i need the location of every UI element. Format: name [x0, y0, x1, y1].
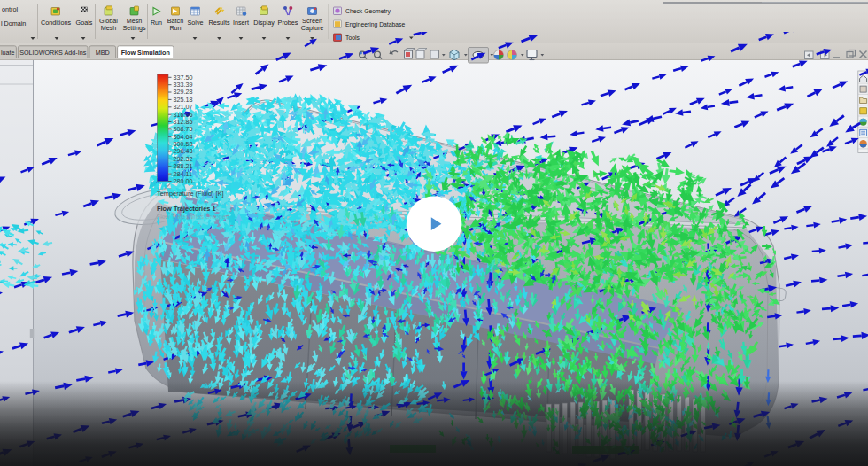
svg-text:Flow Trajectories 1: Flow Trajectories 1: [157, 205, 216, 213]
svg-text:Goals: Goals: [76, 19, 93, 27]
svg-text:l Domain: l Domain: [1, 19, 26, 27]
svg-text:Engineering Database: Engineering Database: [345, 21, 405, 28]
svg-text:Display: Display: [253, 19, 275, 27]
svg-text:Flow Simulation: Flow Simulation: [121, 49, 170, 57]
svg-text:Results: Results: [209, 19, 230, 27]
svg-text:Check Geometry: Check Geometry: [345, 8, 391, 15]
svg-text:Conditions: Conditions: [41, 19, 71, 27]
svg-text:Run: Run: [151, 19, 162, 27]
svg-text:Temperature (Fluid) [K]: Temperature (Fluid) [K]: [157, 190, 224, 198]
svg-text:280.00: 280.00: [174, 177, 193, 185]
svg-text:Insert: Insert: [233, 19, 249, 27]
svg-text:Settings: Settings: [123, 24, 146, 32]
svg-text:luate: luate: [1, 49, 15, 57]
svg-text:ontrol: ontrol: [2, 5, 18, 13]
svg-text:Probes: Probes: [278, 19, 298, 27]
svg-text:SOLIDWORKS Add-Ins: SOLIDWORKS Add-Ins: [19, 49, 86, 57]
svg-text:Mesh: Mesh: [101, 24, 117, 32]
svg-text:Capture: Capture: [301, 24, 324, 32]
svg-text:Run: Run: [169, 24, 181, 32]
svg-text:Flow Trajectories Cropped: Flow Trajectories Cropped: [157, 214, 229, 221]
svg-text:Solve: Solve: [188, 19, 204, 27]
svg-text:Tools: Tools: [345, 35, 360, 41]
svg-text:MBD: MBD: [96, 49, 110, 57]
